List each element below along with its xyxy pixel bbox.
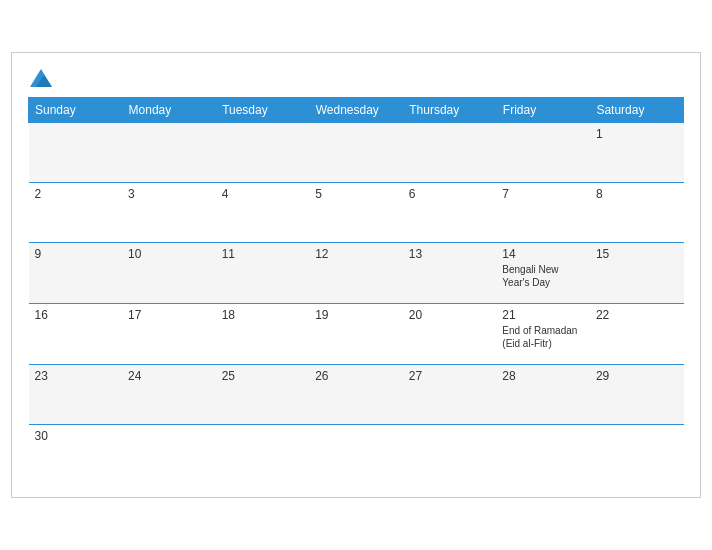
day-number: 8 bbox=[596, 187, 678, 201]
calendar-cell: 28 bbox=[496, 365, 590, 425]
calendar-cell bbox=[216, 425, 310, 485]
day-number: 29 bbox=[596, 369, 678, 383]
calendar-week-row: 91011121314Bengali New Year's Day15 bbox=[29, 243, 684, 304]
weekday-header-tuesday: Tuesday bbox=[216, 98, 310, 123]
calendar-cell bbox=[309, 425, 403, 485]
day-number: 3 bbox=[128, 187, 210, 201]
calendar-cell bbox=[403, 123, 497, 183]
day-number: 24 bbox=[128, 369, 210, 383]
calendar-cell: 5 bbox=[309, 183, 403, 243]
day-number: 19 bbox=[315, 308, 397, 322]
calendar-cell: 19 bbox=[309, 304, 403, 365]
day-number: 22 bbox=[596, 308, 678, 322]
calendar-cell: 12 bbox=[309, 243, 403, 304]
day-number: 11 bbox=[222, 247, 304, 261]
day-number: 13 bbox=[409, 247, 491, 261]
weekday-header-sunday: Sunday bbox=[29, 98, 123, 123]
calendar-cell: 24 bbox=[122, 365, 216, 425]
event-label: Bengali New Year's Day bbox=[502, 263, 584, 289]
calendar-week-row: 1 bbox=[29, 123, 684, 183]
day-number: 28 bbox=[502, 369, 584, 383]
day-number: 30 bbox=[35, 429, 117, 443]
day-number: 20 bbox=[409, 308, 491, 322]
day-number: 25 bbox=[222, 369, 304, 383]
logo bbox=[28, 69, 52, 87]
calendar-header bbox=[28, 69, 684, 87]
day-number: 15 bbox=[596, 247, 678, 261]
day-number: 2 bbox=[35, 187, 117, 201]
calendar-cell: 9 bbox=[29, 243, 123, 304]
calendar-thead: SundayMondayTuesdayWednesdayThursdayFrid… bbox=[29, 98, 684, 123]
weekday-header-row: SundayMondayTuesdayWednesdayThursdayFrid… bbox=[29, 98, 684, 123]
calendar-cell bbox=[309, 123, 403, 183]
calendar-cell: 14Bengali New Year's Day bbox=[496, 243, 590, 304]
calendar-cell: 6 bbox=[403, 183, 497, 243]
day-number: 6 bbox=[409, 187, 491, 201]
calendar-table: SundayMondayTuesdayWednesdayThursdayFrid… bbox=[28, 97, 684, 485]
calendar-tbody: 1234567891011121314Bengali New Year's Da… bbox=[29, 123, 684, 485]
day-number: 12 bbox=[315, 247, 397, 261]
calendar-cell: 4 bbox=[216, 183, 310, 243]
calendar-cell bbox=[590, 425, 684, 485]
calendar-week-row: 2345678 bbox=[29, 183, 684, 243]
calendar-cell: 8 bbox=[590, 183, 684, 243]
weekday-header-wednesday: Wednesday bbox=[309, 98, 403, 123]
day-number: 16 bbox=[35, 308, 117, 322]
calendar-cell bbox=[403, 425, 497, 485]
calendar-cell: 3 bbox=[122, 183, 216, 243]
calendar-cell: 17 bbox=[122, 304, 216, 365]
day-number: 26 bbox=[315, 369, 397, 383]
day-number: 23 bbox=[35, 369, 117, 383]
weekday-header-thursday: Thursday bbox=[403, 98, 497, 123]
calendar-cell: 11 bbox=[216, 243, 310, 304]
calendar-cell: 2 bbox=[29, 183, 123, 243]
calendar-cell bbox=[216, 123, 310, 183]
calendar-cell: 10 bbox=[122, 243, 216, 304]
calendar-cell bbox=[122, 425, 216, 485]
event-label: End of Ramadan (Eid al-Fitr) bbox=[502, 324, 584, 350]
day-number: 17 bbox=[128, 308, 210, 322]
calendar-container: SundayMondayTuesdayWednesdayThursdayFrid… bbox=[11, 52, 701, 498]
calendar-cell: 13 bbox=[403, 243, 497, 304]
calendar-week-row: 161718192021End of Ramadan (Eid al-Fitr)… bbox=[29, 304, 684, 365]
day-number: 4 bbox=[222, 187, 304, 201]
calendar-cell bbox=[29, 123, 123, 183]
calendar-cell: 15 bbox=[590, 243, 684, 304]
weekday-header-monday: Monday bbox=[122, 98, 216, 123]
calendar-week-row: 30 bbox=[29, 425, 684, 485]
day-number: 5 bbox=[315, 187, 397, 201]
calendar-week-row: 23242526272829 bbox=[29, 365, 684, 425]
logo-icon bbox=[30, 69, 52, 87]
weekday-header-friday: Friday bbox=[496, 98, 590, 123]
calendar-cell bbox=[496, 425, 590, 485]
calendar-cell: 23 bbox=[29, 365, 123, 425]
calendar-cell: 30 bbox=[29, 425, 123, 485]
day-number: 27 bbox=[409, 369, 491, 383]
day-number: 10 bbox=[128, 247, 210, 261]
calendar-cell: 16 bbox=[29, 304, 123, 365]
calendar-cell: 21End of Ramadan (Eid al-Fitr) bbox=[496, 304, 590, 365]
day-number: 7 bbox=[502, 187, 584, 201]
calendar-cell: 29 bbox=[590, 365, 684, 425]
calendar-cell: 20 bbox=[403, 304, 497, 365]
day-number: 9 bbox=[35, 247, 117, 261]
calendar-cell: 7 bbox=[496, 183, 590, 243]
day-number: 14 bbox=[502, 247, 584, 261]
calendar-cell: 26 bbox=[309, 365, 403, 425]
day-number: 21 bbox=[502, 308, 584, 322]
calendar-cell: 22 bbox=[590, 304, 684, 365]
calendar-cell: 1 bbox=[590, 123, 684, 183]
calendar-cell: 25 bbox=[216, 365, 310, 425]
day-number: 1 bbox=[596, 127, 678, 141]
calendar-cell bbox=[496, 123, 590, 183]
calendar-cell bbox=[122, 123, 216, 183]
calendar-cell: 18 bbox=[216, 304, 310, 365]
calendar-cell: 27 bbox=[403, 365, 497, 425]
day-number: 18 bbox=[222, 308, 304, 322]
weekday-header-saturday: Saturday bbox=[590, 98, 684, 123]
